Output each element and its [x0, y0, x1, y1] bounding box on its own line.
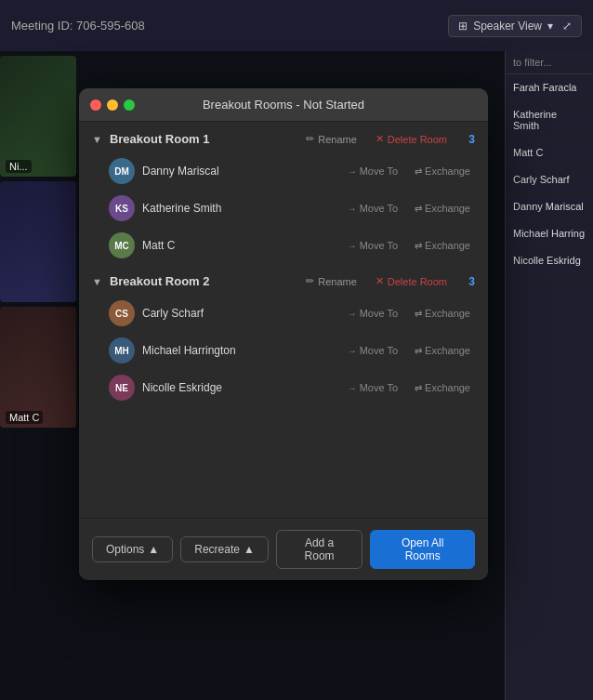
move-to-btn-michael[interactable]: → Move To	[343, 343, 402, 358]
sidebar-participant-matt: Matt C	[506, 139, 593, 166]
arrow-right-icon: →	[348, 166, 357, 177]
expand-icon: ⤢	[562, 20, 572, 33]
exchange-label-matt: Exchange	[425, 240, 470, 251]
move-to-btn-matt[interactable]: → Move To	[343, 238, 402, 253]
maximize-button[interactable]	[124, 99, 135, 111]
participant-row-matt: MC Matt C → Move To ⇄ Exchange	[79, 227, 488, 264]
exchange-btn-matt[interactable]: ⇄ Exchange	[410, 238, 475, 253]
participant-sidebar: to filter... Farah Faracla Katherine Smi…	[505, 51, 593, 700]
speaker-view-button[interactable]: ⊞ Speaker View ▾ ⤢	[448, 15, 582, 37]
recreate-chevron-icon: ▲	[244, 543, 255, 556]
top-bar: Meeting ID: 706-595-608 ⊞ Speaker View ▾…	[0, 0, 593, 51]
minimize-button[interactable]	[107, 99, 118, 111]
exchange-btn-carly[interactable]: ⇄ Exchange	[410, 306, 475, 321]
filter-placeholder: to filter...	[513, 57, 552, 68]
participant-row-danny: DM Danny Mariscal → Move To ⇄ Exchange	[79, 152, 488, 190]
sidebar-participant-katherine: Katherine Smith	[506, 101, 593, 139]
options-button[interactable]: Options ▲	[92, 536, 173, 562]
pencil-icon-2: ✏	[306, 275, 314, 287]
exchange-icon-cs: ⇄	[415, 309, 422, 319]
participant-actions-katherine: → Move To ⇄ Exchange	[343, 201, 475, 216]
exchange-label-carly: Exchange	[425, 308, 470, 319]
avatar-danny: DM	[109, 158, 135, 184]
exchange-btn-katherine[interactable]: ⇄ Exchange	[410, 201, 475, 216]
move-to-label-michael: Move To	[360, 345, 398, 356]
participant-actions-michael: → Move To ⇄ Exchange	[343, 343, 475, 358]
exchange-btn-danny[interactable]: ⇄ Exchange	[410, 164, 475, 178]
room-2-delete-btn[interactable]: ✕ Delete Room	[370, 273, 453, 289]
video-tile-1: Ni...	[0, 56, 76, 177]
avatar-carly: CS	[109, 300, 135, 326]
move-to-btn-katherine[interactable]: → Move To	[343, 201, 402, 216]
avatar-matt: MC	[109, 232, 135, 258]
open-all-rooms-button[interactable]: Open All Rooms	[370, 530, 475, 569]
sidebar-filter: to filter...	[506, 51, 593, 74]
room-2-delete-label: Delete Room	[388, 276, 447, 287]
exchange-icon: ⇄	[415, 166, 422, 177]
participant-row-michael: MH Michael Harrington → Move To ⇄ Exchan…	[79, 332, 488, 369]
exchange-btn-nicolle[interactable]: ⇄ Exchange	[410, 380, 475, 395]
open-all-label: Open All Rooms	[384, 536, 461, 562]
move-to-label-katherine: Move To	[360, 203, 398, 214]
sidebar-participant-farah: Farah Faracla	[506, 74, 593, 101]
body-spacer	[79, 406, 488, 518]
options-label: Options	[106, 543, 144, 556]
sidebar-participant-nicolle: Nicolle Eskridg	[506, 247, 593, 274]
chevron-down-icon: ▾	[547, 20, 553, 33]
move-to-label-carly: Move To	[360, 308, 398, 319]
move-to-label-nicolle: Move To	[360, 382, 398, 393]
arrow-right-icon-mh: →	[348, 346, 357, 356]
sidebar-participant-danny: Danny Mariscal	[506, 193, 593, 220]
move-to-label-matt: Move To	[360, 240, 398, 251]
exchange-label-danny: Exchange	[425, 165, 470, 177]
video-tile-3: Matt C	[0, 307, 76, 428]
modal-title: Breakout Rooms - Not Started	[203, 98, 364, 112]
room-1-count: 3	[460, 133, 475, 146]
exchange-btn-michael[interactable]: ⇄ Exchange	[410, 343, 475, 358]
speaker-view-label: Speaker View	[473, 20, 542, 33]
add-room-button[interactable]: Add a Room	[276, 530, 363, 569]
meeting-id: Meeting ID: 706-595-608	[11, 19, 145, 33]
tile-label-3: Matt C	[6, 411, 43, 424]
room-1-header: ▼ Breakout Room 1 ✏ Rename ✕ Delete Room…	[79, 122, 488, 152]
avatar-nicolle: NE	[109, 375, 135, 401]
participant-name-katherine: Katherine Smith	[142, 202, 336, 215]
video-tile-2	[0, 181, 76, 302]
room-2-rename-btn[interactable]: ✏ Rename	[300, 273, 362, 289]
room-1-chevron: ▼	[92, 134, 102, 145]
close-button[interactable]	[90, 99, 101, 111]
exchange-icon-ks: ⇄	[415, 204, 422, 214]
move-to-btn-danny[interactable]: → Move To	[343, 164, 402, 178]
arrow-right-icon-ks: →	[348, 204, 357, 214]
exchange-label-katherine: Exchange	[425, 203, 470, 214]
options-chevron-icon: ▲	[148, 543, 159, 556]
arrow-right-icon-mc: →	[348, 241, 357, 251]
participant-name-michael: Michael Harrington	[142, 344, 336, 357]
room-section-2: ▼ Breakout Room 2 ✏ Rename ✕ Delete Room…	[79, 264, 488, 406]
sidebar-participant-carly: Carly Scharf	[506, 166, 593, 193]
room-1-delete-label: Delete Room	[388, 134, 447, 145]
room-1-name: Breakout Room 1	[110, 132, 293, 146]
tile-label-1: Ni...	[6, 160, 32, 173]
modal-titlebar: Breakout Rooms - Not Started	[79, 88, 488, 122]
add-room-label: Add a Room	[290, 536, 349, 562]
participant-name-matt: Matt C	[142, 239, 336, 252]
room-1-delete-btn[interactable]: ✕ Delete Room	[370, 131, 453, 147]
move-to-btn-nicolle[interactable]: → Move To	[343, 380, 402, 395]
participant-name-nicolle: Nicolle Eskridge	[142, 381, 336, 394]
participant-actions-matt: → Move To ⇄ Exchange	[343, 238, 475, 253]
participant-actions-nicolle: → Move To ⇄ Exchange	[343, 380, 475, 395]
room-1-rename-label: Rename	[318, 134, 357, 145]
arrow-right-icon-cs: →	[348, 309, 357, 319]
participant-row-nicolle: NE Nicolle Eskridge → Move To ⇄ Exchange	[79, 369, 488, 406]
recreate-button[interactable]: Recreate ▲	[180, 536, 269, 562]
participant-actions-danny: → Move To ⇄ Exchange	[343, 164, 475, 178]
move-to-btn-carly[interactable]: → Move To	[343, 306, 402, 321]
exchange-label-nicolle: Exchange	[425, 382, 470, 393]
pencil-icon: ✏	[306, 133, 314, 145]
room-section-1: ▼ Breakout Room 1 ✏ Rename ✕ Delete Room…	[79, 122, 488, 264]
participant-row-katherine: KS Katherine Smith → Move To ⇄ Exchange	[79, 190, 488, 227]
sidebar-participant-michael: Michael Harring	[506, 220, 593, 247]
exchange-label-michael: Exchange	[425, 345, 470, 356]
room-1-rename-btn[interactable]: ✏ Rename	[300, 131, 362, 147]
